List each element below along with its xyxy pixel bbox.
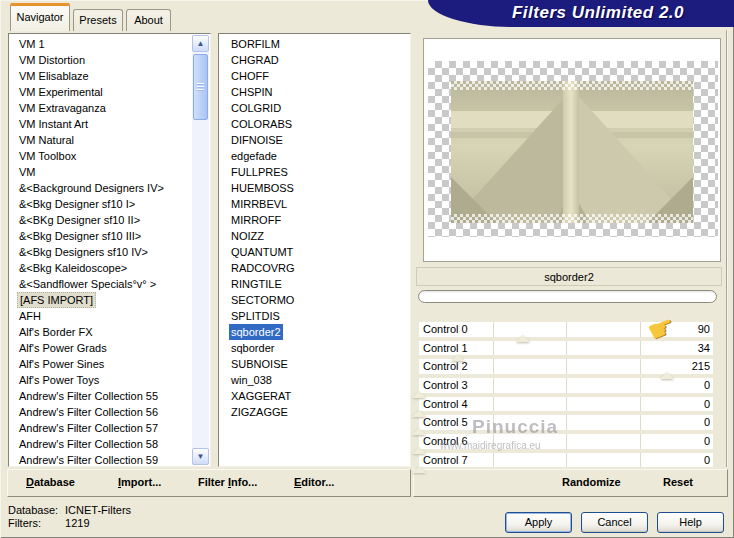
command-button[interactable]: Filter Info... xyxy=(198,476,257,488)
category-list-item[interactable]: Andrew's Filter Collection 55 xyxy=(9,388,190,404)
filter-list-item[interactable]: RADCOVRG xyxy=(219,260,410,276)
category-list-item[interactable]: VM 1 xyxy=(9,36,190,52)
filter-list-item[interactable]: sqborder2 xyxy=(219,324,410,340)
filter-list-item[interactable]: RINGTILE xyxy=(219,276,410,292)
slider-thumb-icon[interactable] xyxy=(412,410,426,417)
slider-thumb-icon[interactable] xyxy=(412,466,426,473)
tab-about[interactable]: About xyxy=(126,9,171,31)
filter-list-item[interactable]: COLGRID xyxy=(219,100,410,116)
category-list-item[interactable]: Andrew's Filter Collection 58 xyxy=(9,436,190,452)
slider-thumb-icon[interactable] xyxy=(412,447,426,454)
slider-track[interactable]: Control 3 0 xyxy=(419,378,713,393)
filter-list-item[interactable]: DIFNOISE xyxy=(219,132,410,148)
slider-track[interactable]: Control 5 0 xyxy=(419,415,713,430)
category-list-item[interactable]: Andrew's Filter Collection 56 xyxy=(9,404,190,420)
filter-list-item[interactable]: CHSPIN xyxy=(219,84,410,100)
control-slider-row[interactable]: Control 7 0 xyxy=(419,453,713,468)
filters-count-label: Filters: xyxy=(8,517,62,530)
filter-list-item[interactable]: NOIZZ xyxy=(219,228,410,244)
slider-thumb-icon[interactable] xyxy=(412,391,426,398)
category-list-item[interactable]: VM xyxy=(9,164,190,180)
randomize-button[interactable]: Randomize xyxy=(562,476,621,488)
apply-button[interactable]: Apply xyxy=(505,512,572,533)
category-list-item[interactable]: VM Distortion xyxy=(9,52,190,68)
filter-list-item[interactable]: HUEMBOSS xyxy=(219,180,410,196)
filter-list-item[interactable]: FULLPRES xyxy=(219,164,410,180)
category-list-item[interactable]: AFH xyxy=(9,308,190,324)
scrollbar-thumb[interactable] xyxy=(193,54,208,120)
control-slider-row[interactable]: Control 5 0 xyxy=(419,415,713,430)
reset-button[interactable]: Reset xyxy=(663,476,693,488)
category-list-item[interactable]: &<Bkg Designer sf10 III> xyxy=(9,228,190,244)
category-scrollbar[interactable]: ▲ ▼ xyxy=(192,35,209,465)
tick-mark xyxy=(566,359,567,374)
filter-list-item[interactable]: XAGGERAT xyxy=(219,388,410,404)
category-list-item[interactable]: &<Bkg Designers sf10 IV> xyxy=(9,244,190,260)
control-slider-row[interactable]: Control 4 0 xyxy=(419,397,713,412)
tick-mark xyxy=(640,434,641,449)
category-list-item[interactable]: Alf's Power Grads xyxy=(9,340,190,356)
cancel-button[interactable]: Cancel xyxy=(581,512,648,533)
slider-thumb-icon[interactable] xyxy=(516,335,530,342)
category-list-item[interactable]: &<Sandflower Specials°v° > xyxy=(9,276,190,292)
scroll-up-icon[interactable]: ▲ xyxy=(192,35,209,52)
tab-presets-label: Presets xyxy=(79,14,116,26)
category-list-item[interactable]: &<BKg Designer sf10 II> xyxy=(9,212,190,228)
filter-list-item[interactable]: win_038 xyxy=(219,372,410,388)
slider-track[interactable]: Control 7 0 xyxy=(419,453,713,468)
category-list-item[interactable]: VM Toolbox xyxy=(9,148,190,164)
control-label: Control 0 xyxy=(423,322,468,336)
category-list-item[interactable]: Andrew's Filter Collection 57 xyxy=(9,420,190,436)
category-list-item[interactable]: VM Natural xyxy=(9,132,190,148)
filter-list-item[interactable]: sqborder xyxy=(219,340,410,356)
category-list-item[interactable]: [AFS IMPORT] xyxy=(9,292,190,308)
category-list-item[interactable]: VM Extravaganza xyxy=(9,100,190,116)
filter-list-item[interactable]: COLORABS xyxy=(219,116,410,132)
control-slider-row[interactable]: Control 3 0 xyxy=(419,378,713,393)
command-button[interactable]: Import... xyxy=(118,476,161,488)
command-button[interactable]: Database xyxy=(26,476,75,488)
scroll-down-icon[interactable]: ▼ xyxy=(192,448,209,465)
filter-list-item[interactable]: MIRROFF xyxy=(219,212,410,228)
slider-thumb-icon[interactable] xyxy=(660,372,674,379)
category-list-item[interactable]: VM Experimental xyxy=(9,84,190,100)
category-list-item[interactable]: &<Bkg Designer sf10 I> xyxy=(9,196,190,212)
category-list-item[interactable]: VM Elisablaze xyxy=(9,68,190,84)
filter-list-item[interactable]: CHGRAD xyxy=(219,52,410,68)
category-list-item[interactable]: &<Background Designers IV> xyxy=(9,180,190,196)
filter-list-item[interactable]: SECTORMO xyxy=(219,292,410,308)
filter-list-item[interactable]: SUBNOISE xyxy=(219,356,410,372)
filter-list-item[interactable]: QUANTUMT xyxy=(219,244,410,260)
slider-track[interactable]: Control 4 0 xyxy=(419,397,713,412)
control-slider-row[interactable]: Control 2 215 xyxy=(419,359,713,374)
slider-thumb-icon[interactable] xyxy=(451,354,465,361)
category-list-item[interactable]: Alf's Power Sines xyxy=(9,356,190,372)
control-label: Control 4 xyxy=(423,397,468,411)
filter-list-item[interactable]: MIRRBEVL xyxy=(219,196,410,212)
filter-list-item[interactable]: ZIGZAGGE xyxy=(219,404,410,420)
tick-mark xyxy=(640,341,641,356)
filters-count-value: 1219 xyxy=(65,517,89,529)
category-list-item[interactable]: Alf's Power Toys xyxy=(9,372,190,388)
slider-thumb-icon[interactable] xyxy=(412,428,426,435)
tick-mark xyxy=(493,341,494,356)
tab-navigator[interactable]: Navigator xyxy=(10,3,70,31)
category-list-item[interactable]: &<Bkg Kaleidoscope> xyxy=(9,260,190,276)
category-list-item[interactable]: Alf's Border FX xyxy=(9,324,190,340)
database-value: ICNET-Filters xyxy=(65,504,131,516)
tab-presets[interactable]: Presets xyxy=(73,9,123,31)
command-button[interactable]: Editor... xyxy=(294,476,334,488)
filter-list-item[interactable]: edgefade xyxy=(219,148,410,164)
tick-mark xyxy=(640,322,641,337)
filter-list-item[interactable]: BORFILM xyxy=(219,36,410,52)
help-button[interactable]: Help xyxy=(657,512,724,533)
category-listbox: VM 1 VM Distortion VM Elisablaze VM Expe… xyxy=(8,33,211,467)
filter-preview-image xyxy=(451,81,693,223)
control-value: 0 xyxy=(704,397,710,411)
filter-list-item[interactable]: CHOFF xyxy=(219,68,410,84)
category-list-item[interactable]: Andrew's Filter Collection 59 xyxy=(9,452,190,467)
category-list-item[interactable]: VM Instant Art xyxy=(9,116,190,132)
transparency-checker xyxy=(428,61,718,237)
tick-mark xyxy=(493,453,494,468)
filter-list-item[interactable]: SPLITDIS xyxy=(219,308,410,324)
